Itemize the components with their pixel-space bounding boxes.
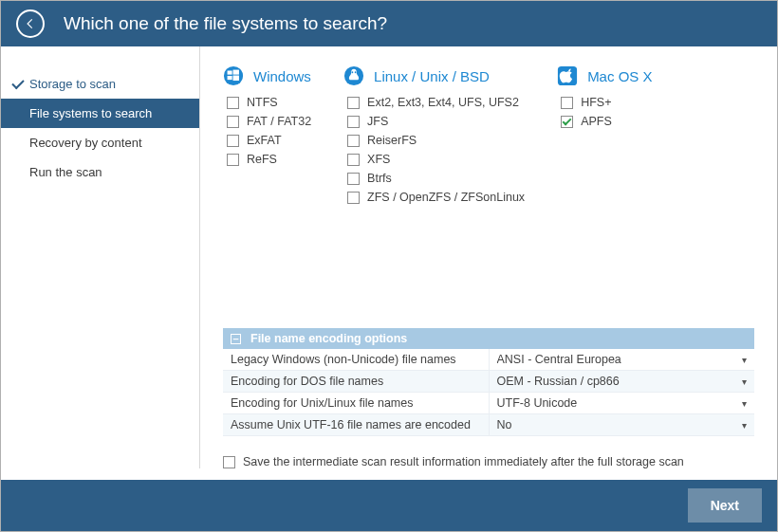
checkbox-box <box>227 116 239 128</box>
filesystem-columns: Windows NTFS FAT / FAT32 ExFAT ReFS <box>223 65 754 204</box>
step-recovery-by-content[interactable]: Recovery by content <box>1 128 199 157</box>
encoding-value: No <box>497 418 512 431</box>
body: Storage to scan File systems to search R… <box>1 46 777 480</box>
checkbox-ntfs[interactable]: NTFS <box>227 96 311 109</box>
encoding-header[interactable]: – File name encoding options <box>223 328 754 349</box>
checkbox-save-intermediate[interactable]: Save the intermediate scan result inform… <box>223 455 754 468</box>
encoding-select-legacy-windows[interactable]: ANSI - Central Europea▾ <box>489 349 755 370</box>
checkbox-label: HFS+ <box>581 96 611 109</box>
encoding-value: UTF-8 Unicode <box>497 396 578 410</box>
checkbox-fat[interactable]: FAT / FAT32 <box>227 115 311 128</box>
encoding-value: OEM - Russian / cp866 <box>497 375 620 388</box>
arrow-left-icon <box>24 17 37 30</box>
encoding-heading: File name encoding options <box>250 332 407 345</box>
checkbox-label: ExFAT <box>247 134 282 147</box>
list-mac: HFS+ APFS <box>557 96 652 128</box>
svg-point-6 <box>352 71 354 73</box>
checkbox-box <box>227 97 239 109</box>
mac-icon <box>557 65 578 86</box>
checkbox-box <box>223 456 235 468</box>
heading-label: Mac OS X <box>587 68 652 84</box>
checkbox-box <box>347 97 360 109</box>
wizard-window: Which one of the file systems to search?… <box>0 0 778 532</box>
checkbox-label: Ext2, Ext3, Ext4, UFS, UFS2 <box>367 96 519 109</box>
checkbox-label: XFS <box>367 153 390 166</box>
encoding-select-utf16[interactable]: No▾ <box>489 414 755 435</box>
svg-rect-4 <box>233 76 239 82</box>
next-button[interactable]: Next <box>688 488 762 523</box>
checkbox-box <box>347 116 360 128</box>
checkbox-ext[interactable]: Ext2, Ext3, Ext4, UFS, UFS2 <box>347 96 525 109</box>
encoding-value: ANSI - Central Europea <box>497 353 621 366</box>
step-storage-to-scan[interactable]: Storage to scan <box>1 69 199 99</box>
step-label: Storage to scan <box>29 77 116 91</box>
footer-bar: Next <box>1 480 777 531</box>
step-label: Run the scan <box>29 165 102 179</box>
encoding-row-dos: Encoding for DOS file names OEM - Russia… <box>223 371 754 393</box>
checkbox-zfs[interactable]: ZFS / OpenZFS / ZFSonLinux <box>347 191 525 204</box>
chevron-down-icon: ▾ <box>742 355 747 365</box>
sidebar: Storage to scan File systems to search R… <box>1 46 200 468</box>
page-title: Which one of the file systems to search? <box>64 13 387 34</box>
encoding-label: Legacy Windows (non-Unicode) file names <box>223 349 489 370</box>
checkbox-label: ReiserFS <box>367 134 417 147</box>
back-button[interactable] <box>16 9 45 38</box>
encoding-label: Assume Unix UTF-16 file names are encode… <box>223 414 489 435</box>
checkbox-exfat[interactable]: ExFAT <box>227 134 311 147</box>
heading-windows: Windows <box>223 65 311 86</box>
checkbox-label: NTFS <box>247 96 278 109</box>
chevron-down-icon: ▾ <box>742 420 747 431</box>
checkbox-box <box>347 173 360 185</box>
collapse-icon: – <box>231 334 241 344</box>
checkbox-refs[interactable]: ReFS <box>227 153 311 166</box>
list-windows: NTFS FAT / FAT32 ExFAT ReFS <box>223 96 311 166</box>
checkbox-label: Save the intermediate scan result inform… <box>243 455 684 468</box>
checkbox-box <box>561 97 573 109</box>
encoding-row-legacy-windows: Legacy Windows (non-Unicode) file names … <box>223 349 754 371</box>
heading-label: Linux / Unix / BSD <box>374 68 490 84</box>
save-intermediate-row: Save the intermediate scan result inform… <box>223 455 754 468</box>
checkbox-reiserfs[interactable]: ReiserFS <box>347 134 525 147</box>
checkbox-label: ZFS / OpenZFS / ZFSonLinux <box>367 191 525 204</box>
windows-icon <box>223 65 244 86</box>
encoding-row-unix: Encoding for Unix/Linux file names UTF-8… <box>223 393 754 414</box>
encoding-label: Encoding for DOS file names <box>223 371 489 392</box>
checkbox-jfs[interactable]: JFS <box>347 115 525 128</box>
heading-linux: Linux / Unix / BSD <box>343 65 525 86</box>
checkbox-xfs[interactable]: XFS <box>347 153 525 166</box>
checkbox-box <box>227 135 239 147</box>
encoding-select-unix[interactable]: UTF-8 Unicode▾ <box>489 393 755 413</box>
checkbox-label: JFS <box>367 115 388 128</box>
main-panel: Windows NTFS FAT / FAT32 ExFAT ReFS <box>200 46 777 480</box>
encoding-label: Encoding for Unix/Linux file names <box>223 393 489 413</box>
step-label: File systems to search <box>29 106 152 120</box>
svg-rect-1 <box>228 71 232 75</box>
svg-point-7 <box>355 71 357 73</box>
svg-rect-2 <box>233 70 239 75</box>
list-linux: Ext2, Ext3, Ext4, UFS, UFS2 JFS ReiserFS… <box>343 96 525 204</box>
encoding-panel: – File name encoding options Legacy Wind… <box>223 328 754 436</box>
step-run-the-scan[interactable]: Run the scan <box>1 157 199 187</box>
linux-icon <box>343 65 364 86</box>
heading-mac: Mac OS X <box>557 65 652 86</box>
checkbox-box <box>347 192 360 204</box>
header-bar: Which one of the file systems to search? <box>1 1 777 46</box>
checkbox-box <box>347 154 360 166</box>
heading-label: Windows <box>253 68 311 84</box>
column-mac: Mac OS X HFS+ APFS <box>557 65 652 204</box>
encoding-row-utf16: Assume Unix UTF-16 file names are encode… <box>223 414 754 436</box>
checkbox-label: ReFS <box>247 153 277 166</box>
checkbox-box <box>347 135 360 147</box>
checkbox-label: FAT / FAT32 <box>247 115 311 128</box>
chevron-down-icon: ▾ <box>742 376 747 387</box>
checkbox-hfs[interactable]: HFS+ <box>561 96 652 109</box>
column-windows: Windows NTFS FAT / FAT32 ExFAT ReFS <box>223 65 311 204</box>
checkbox-label: Btrfs <box>367 172 392 185</box>
step-label: Recovery by content <box>29 136 142 150</box>
checkbox-apfs[interactable]: APFS <box>561 115 652 128</box>
checkbox-btrfs[interactable]: Btrfs <box>347 172 525 185</box>
checkbox-label: APFS <box>581 115 612 128</box>
step-file-systems[interactable]: File systems to search <box>1 99 199 128</box>
encoding-select-dos[interactable]: OEM - Russian / cp866▾ <box>489 371 755 392</box>
svg-rect-3 <box>228 76 232 80</box>
